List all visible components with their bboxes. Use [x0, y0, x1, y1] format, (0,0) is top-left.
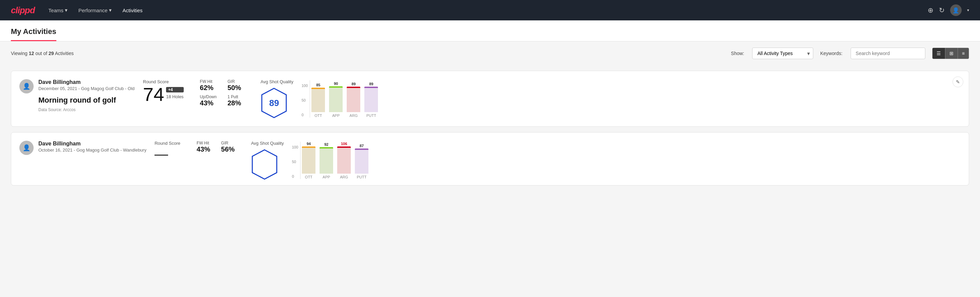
- round-score-value: [154, 147, 180, 156]
- bar-group-arg: 89 ARG: [347, 80, 360, 118]
- score-badge: +4: [166, 87, 183, 93]
- gir-stat: GIR 56%: [221, 141, 235, 153]
- bar-arg: [347, 87, 360, 112]
- show-label: Show:: [731, 51, 745, 56]
- bar-label-putt: PUTT: [357, 175, 367, 179]
- hexagon: [251, 149, 278, 180]
- activity-type-select[interactable]: All Activity Types Rounds Practice: [752, 48, 813, 59]
- bar-group-ott: 85 OTT: [312, 80, 325, 118]
- bar-group-ott: 94 OTT: [302, 142, 315, 179]
- svg-marker-1: [252, 150, 277, 179]
- one-putt-stat: 1 Putt 28%: [228, 94, 244, 107]
- bar-chart: 100 50 0 85 OTT: [302, 80, 397, 118]
- bar-value-app: 92: [324, 142, 328, 147]
- card-info: Dave Billingham October 16, 2021 - Gog M…: [38, 141, 146, 153]
- list-detailed-icon: ≡: [962, 51, 965, 56]
- bar-label-arg: ARG: [340, 175, 348, 179]
- nav-items: Teams ▾ Performance ▾ Activities: [49, 7, 914, 13]
- avatar[interactable]: 👤: [950, 5, 962, 16]
- nav-item-performance[interactable]: Performance ▾: [78, 7, 112, 13]
- view-grid-button[interactable]: ⊞: [945, 48, 958, 59]
- bar-label-app: APP: [332, 113, 340, 118]
- quality-section: Avg Shot Quality 100 50 0: [251, 141, 387, 180]
- bar-group-app: 92 APP: [320, 142, 333, 179]
- nav-item-activities[interactable]: Activities: [123, 7, 143, 13]
- bar-value-app: 90: [334, 81, 338, 86]
- bar-value-putt: 89: [369, 82, 373, 86]
- bar-group-arg: 106 ARG: [337, 142, 351, 179]
- card-stats: Round Score 74 +4 18 Holes FW Hit 62% GI…: [143, 79, 961, 118]
- nav-item-teams[interactable]: Teams ▾: [49, 7, 68, 13]
- fw-hit-stat: FW Hit 43%: [197, 141, 210, 153]
- add-icon[interactable]: ⊕: [928, 6, 934, 14]
- refresh-icon[interactable]: ↻: [939, 6, 945, 14]
- page-title: My Activities: [11, 21, 56, 41]
- chevron-down-icon: ▾: [109, 7, 112, 13]
- nav-right: ⊕ ↻ 👤 ▾: [928, 5, 969, 16]
- grid-icon: ⊞: [950, 51, 953, 56]
- hexagon: 89: [261, 88, 288, 118]
- search-input[interactable]: [851, 48, 925, 59]
- activity-card: ✎ 👤 Dave Billingham December 05, 2021 - …: [11, 71, 969, 127]
- bar-group-putt: 89 PUTT: [364, 80, 378, 118]
- bar-chart: 100 50 0 94 OTT: [292, 142, 387, 179]
- bar-value-ott: 85: [316, 83, 320, 87]
- user-icon: 👤: [23, 83, 30, 90]
- round-score-group: Round Score 74 +4 18 Holes: [143, 79, 184, 104]
- fw-hit-stat: FW Hit 62%: [200, 79, 216, 92]
- bar-value-putt: 87: [360, 144, 364, 148]
- avatar: 👤: [19, 141, 33, 155]
- holes-label: 18 Holes: [166, 94, 183, 99]
- user-icon: 👤: [23, 144, 30, 152]
- bar-app: [329, 86, 343, 112]
- bar-ott: [302, 147, 315, 174]
- bar-value-arg: 106: [341, 142, 347, 146]
- bar-label-app: APP: [323, 175, 330, 179]
- card-left: 👤 Dave Billingham October 16, 2021 - Gog…: [19, 141, 146, 155]
- bar-label-ott: OTT: [315, 113, 322, 118]
- viewing-text: Viewing 12 out of 29 Activities: [11, 51, 724, 56]
- round-score-value: 74 +4 18 Holes: [143, 85, 184, 104]
- logo: clippd: [11, 5, 35, 16]
- round-score-group: Round Score: [154, 141, 180, 156]
- bar-label-arg: ARG: [349, 113, 358, 118]
- avatar-chevron-icon[interactable]: ▾: [967, 8, 969, 13]
- bar-app: [320, 147, 333, 174]
- bar-putt: [364, 87, 378, 112]
- view-toggle: ☰ ⊞ ≡: [932, 48, 969, 59]
- card-title: Morning round of golf: [38, 96, 134, 105]
- view-list-compact-button[interactable]: ☰: [932, 48, 945, 59]
- gir-stat: GIR 50%: [228, 79, 244, 92]
- activities-container: ✎ 👤 Dave Billingham December 05, 2021 - …: [0, 65, 980, 196]
- bar-ott: [312, 88, 325, 112]
- user-icon: 👤: [953, 7, 959, 14]
- stats-grid: FW Hit 62% GIR 50% Up/Down 43% 1 Putt 28…: [200, 79, 245, 107]
- card-user-name: Dave Billingham: [38, 79, 134, 85]
- navbar: clippd Teams ▾ Performance ▾ Activities …: [0, 0, 980, 21]
- bar-value-arg: 89: [352, 82, 356, 86]
- avg-shot-quality-label: Avg Shot Quality: [251, 141, 284, 146]
- view-list-detailed-button[interactable]: ≡: [958, 48, 969, 59]
- bar-arg: [337, 147, 351, 174]
- bar-value-ott: 94: [307, 142, 311, 146]
- card-stats: Round Score FW Hit 43% GIR 56% Avg Shot …: [154, 141, 961, 180]
- chart-y-labels: 100 50 0: [292, 145, 298, 179]
- quality-section: Avg Shot Quality 89 100 50 0: [261, 79, 397, 118]
- activity-type-wrapper: All Activity Types Rounds Practice: [752, 48, 813, 59]
- bar-group-putt: 87 PUTT: [355, 142, 368, 179]
- filter-bar: Viewing 12 out of 29 Activities Show: Al…: [0, 42, 980, 65]
- chart-y-labels: 100 50 0: [302, 84, 308, 118]
- bar-label-putt: PUTT: [366, 113, 376, 118]
- page-header: My Activities: [0, 21, 980, 42]
- bar-label-ott: OTT: [305, 175, 312, 179]
- edit-button[interactable]: ✎: [953, 77, 963, 87]
- bar-group-app: 90 APP: [329, 80, 343, 118]
- keywords-label: Keywords:: [820, 51, 842, 56]
- stats-grid: FW Hit 43% GIR 56%: [197, 141, 235, 153]
- card-info: Dave Billingham December 05, 2021 - Gog …: [38, 79, 134, 112]
- list-compact-icon: ☰: [937, 51, 941, 56]
- chevron-down-icon: ▾: [65, 7, 68, 13]
- round-score-label: Round Score: [154, 141, 180, 146]
- card-user-name: Dave Billingham: [38, 141, 146, 147]
- avatar: 👤: [19, 79, 33, 93]
